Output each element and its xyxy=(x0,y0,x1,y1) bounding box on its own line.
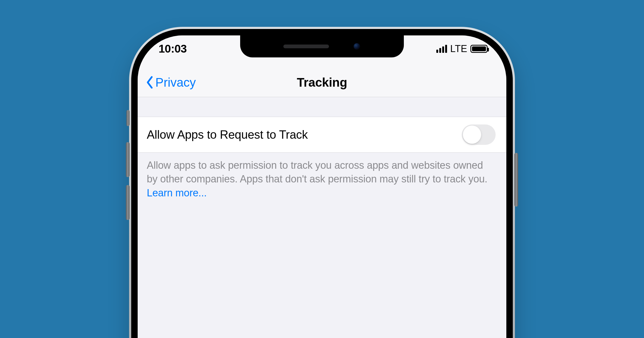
status-time: 10:03 xyxy=(159,42,187,55)
power-button[interactable] xyxy=(514,153,518,207)
cellular-signal-icon xyxy=(436,45,447,53)
silence-switch[interactable] xyxy=(126,110,130,126)
footer-text: Allow apps to ask permission to track yo… xyxy=(147,160,487,185)
toggle-knob xyxy=(463,126,481,144)
phone-frame: 10:03 LTE Privacy xyxy=(129,27,515,338)
screen: 10:03 LTE Privacy xyxy=(138,35,506,338)
footer-description: Allow apps to ask permission to track yo… xyxy=(138,153,506,206)
speaker-grille xyxy=(283,45,329,48)
allow-tracking-row: Allow Apps to Request to Track xyxy=(138,117,506,153)
volume-up-button[interactable] xyxy=(126,142,130,177)
back-button[interactable]: Privacy xyxy=(145,75,196,90)
allow-tracking-toggle[interactable] xyxy=(462,124,496,145)
back-label: Privacy xyxy=(155,75,196,90)
notch xyxy=(240,35,404,57)
volume-down-button[interactable] xyxy=(126,185,130,220)
chevron-left-icon xyxy=(145,76,154,89)
page-title: Tracking xyxy=(297,75,347,90)
nav-bar: Privacy Tracking xyxy=(138,68,506,97)
network-type: LTE xyxy=(450,43,467,54)
battery-icon xyxy=(470,45,488,53)
front-camera xyxy=(353,43,361,50)
section-gap xyxy=(138,97,506,117)
learn-more-link[interactable]: Learn more... xyxy=(147,187,207,199)
allow-tracking-label: Allow Apps to Request to Track xyxy=(147,128,308,141)
